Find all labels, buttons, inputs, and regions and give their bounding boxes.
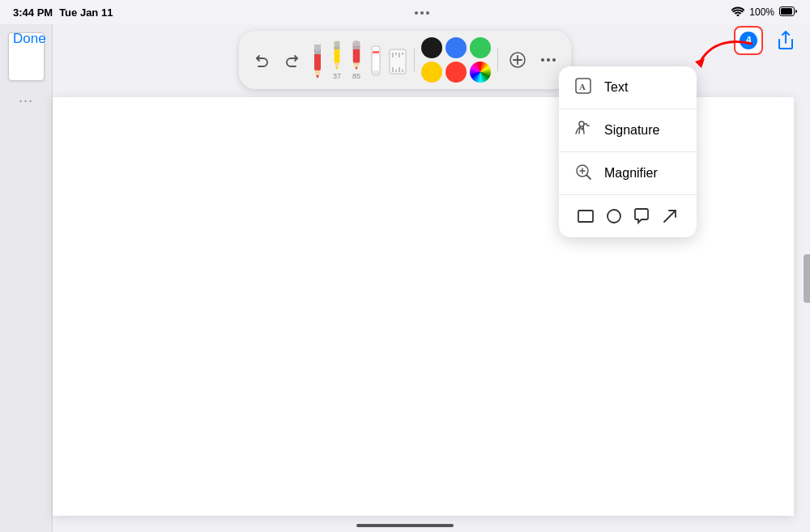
magnifier-icon bbox=[573, 162, 593, 185]
svg-marker-9 bbox=[316, 75, 319, 79]
svg-rect-46 bbox=[578, 211, 593, 222]
color-black[interactable] bbox=[421, 37, 442, 58]
home-indicator bbox=[356, 524, 454, 527]
more-button[interactable] bbox=[535, 47, 561, 73]
svg-rect-7 bbox=[314, 51, 321, 54]
shape-circle[interactable] bbox=[603, 205, 625, 228]
dropdown-signature-label: Signature bbox=[604, 123, 660, 138]
done-button[interactable]: Done bbox=[13, 31, 46, 47]
status-time: 3:44 PM bbox=[13, 6, 53, 19]
color-red[interactable] bbox=[446, 62, 467, 83]
svg-point-35 bbox=[541, 58, 544, 62]
dropdown-magnifier-label: Magnifier bbox=[604, 166, 658, 181]
left-panel: ··· bbox=[0, 24, 53, 532]
sidebar-more-button[interactable]: ··· bbox=[8, 87, 45, 113]
markup-button[interactable]: A bbox=[734, 26, 763, 55]
ruler-tool[interactable] bbox=[388, 40, 407, 80]
toolbar-container: 37 85 bbox=[239, 31, 571, 89]
svg-rect-4 bbox=[781, 8, 792, 15]
redo-button[interactable] bbox=[279, 47, 305, 73]
color-yellow[interactable] bbox=[421, 62, 442, 83]
color-blue[interactable] bbox=[446, 37, 467, 58]
undo-button[interactable] bbox=[249, 47, 275, 73]
svg-rect-11 bbox=[335, 41, 340, 47]
markup-letter: A bbox=[745, 35, 752, 46]
toolbar: 37 85 bbox=[239, 31, 571, 89]
svg-marker-14 bbox=[335, 67, 338, 70]
svg-point-47 bbox=[608, 210, 620, 223]
color-multicolor[interactable] bbox=[470, 62, 491, 83]
dropdown-item-magnifier[interactable]: Magnifier bbox=[559, 152, 697, 195]
pencil-tool-2[interactable]: 37 bbox=[330, 40, 344, 80]
pencil2-number: 37 bbox=[333, 72, 341, 80]
svg-point-0 bbox=[415, 11, 418, 15]
toolbar-divider-2 bbox=[497, 49, 498, 71]
svg-point-2 bbox=[426, 11, 429, 15]
status-bar: 3:44 PM Tue Jan 11 100% bbox=[0, 0, 810, 24]
svg-point-37 bbox=[552, 58, 556, 62]
status-date: Tue Jan 11 bbox=[59, 6, 113, 19]
svg-rect-23 bbox=[390, 49, 406, 74]
svg-line-43 bbox=[587, 176, 591, 180]
svg-rect-16 bbox=[353, 41, 360, 47]
battery-percent: 100% bbox=[749, 6, 774, 18]
svg-point-36 bbox=[547, 58, 550, 62]
toolbar-divider bbox=[414, 49, 415, 71]
text-icon: A bbox=[573, 76, 593, 99]
shape-rectangle[interactable] bbox=[574, 205, 597, 228]
svg-rect-22 bbox=[373, 70, 379, 74]
share-button[interactable] bbox=[771, 26, 800, 55]
scrollbar-handle[interactable] bbox=[804, 254, 810, 303]
svg-text:A: A bbox=[579, 82, 586, 92]
dropdown-item-text[interactable]: A Text bbox=[559, 66, 697, 109]
pencil-tool-1[interactable] bbox=[310, 40, 325, 80]
svg-rect-6 bbox=[314, 45, 321, 51]
status-indicators: 100% bbox=[731, 5, 797, 19]
svg-rect-12 bbox=[335, 46, 340, 49]
sidebar-more-icon: ··· bbox=[19, 92, 33, 109]
status-dots bbox=[415, 6, 429, 18]
svg-rect-21 bbox=[373, 51, 379, 53]
pencil-tool-3[interactable]: 85 bbox=[349, 40, 364, 80]
shape-speech-bubble[interactable] bbox=[630, 205, 653, 228]
battery-icon bbox=[779, 5, 797, 19]
signature-icon bbox=[573, 119, 593, 142]
add-button[interactable] bbox=[505, 47, 531, 73]
pencil3-number: 85 bbox=[352, 72, 360, 80]
svg-point-1 bbox=[420, 11, 424, 15]
eraser-tool[interactable] bbox=[369, 40, 383, 80]
svg-marker-19 bbox=[355, 67, 357, 70]
shape-arrow[interactable] bbox=[659, 205, 681, 228]
markup-button-inner: A bbox=[740, 32, 757, 49]
dropdown-text-label: Text bbox=[604, 80, 628, 95]
wifi-icon bbox=[731, 5, 744, 19]
shapes-row bbox=[559, 195, 697, 237]
svg-rect-17 bbox=[353, 46, 360, 49]
color-green[interactable] bbox=[470, 37, 491, 58]
dropdown-item-signature[interactable]: Signature bbox=[559, 109, 697, 152]
svg-line-48 bbox=[664, 211, 676, 222]
svg-point-41 bbox=[579, 121, 584, 126]
color-picker bbox=[421, 37, 491, 83]
top-right-controls: A bbox=[734, 26, 800, 55]
dropdown-menu: A Text Signature Magnifier bbox=[559, 66, 697, 237]
